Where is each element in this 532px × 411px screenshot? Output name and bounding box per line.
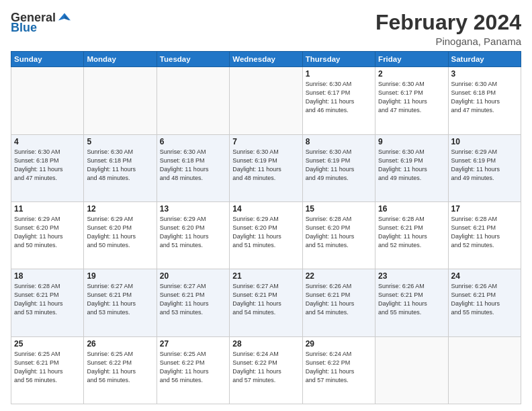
calendar-week-row: 4Sunrise: 6:30 AM Sunset: 6:18 PM Daylig…: [11, 134, 521, 201]
calendar-week-row: 18Sunrise: 6:28 AM Sunset: 6:21 PM Dayli…: [11, 269, 521, 336]
calendar-header-row: Sunday Monday Tuesday Wednesday Thursday…: [11, 52, 521, 67]
logo: General Blue: [11, 11, 72, 35]
page: General Blue February 2024 Pinogana, Pan…: [0, 0, 532, 411]
table-row: 17Sunrise: 6:28 AM Sunset: 6:21 PM Dayli…: [448, 201, 521, 269]
table-row: 7Sunrise: 6:30 AM Sunset: 6:19 PM Daylig…: [230, 134, 302, 201]
calendar-week-row: 1Sunrise: 6:30 AM Sunset: 6:17 PM Daylig…: [11, 67, 521, 134]
day-info: Sunrise: 6:30 AM Sunset: 6:19 PM Dayligh…: [232, 148, 299, 183]
day-info: Sunrise: 6:29 AM Sunset: 6:20 PM Dayligh…: [14, 215, 81, 250]
day-number: 28: [232, 339, 299, 349]
table-row: 1Sunrise: 6:30 AM Sunset: 6:17 PM Daylig…: [302, 67, 375, 134]
day-number: 27: [160, 339, 226, 349]
day-number: 29: [306, 339, 372, 349]
calendar-week-row: 25Sunrise: 6:25 AM Sunset: 6:21 PM Dayli…: [11, 336, 521, 404]
table-row: [230, 67, 302, 134]
table-row: 9Sunrise: 6:30 AM Sunset: 6:19 PM Daylig…: [375, 134, 448, 201]
table-row: 18Sunrise: 6:28 AM Sunset: 6:21 PM Dayli…: [11, 269, 84, 336]
day-number: 10: [451, 137, 518, 146]
col-monday: Monday: [84, 52, 157, 67]
day-info: Sunrise: 6:25 AM Sunset: 6:22 PM Dayligh…: [87, 350, 153, 385]
day-info: Sunrise: 6:30 AM Sunset: 6:18 PM Dayligh…: [160, 148, 226, 183]
table-row: 20Sunrise: 6:27 AM Sunset: 6:21 PM Dayli…: [157, 269, 229, 336]
table-row: 5Sunrise: 6:30 AM Sunset: 6:18 PM Daylig…: [84, 134, 157, 201]
day-info: Sunrise: 6:26 AM Sunset: 6:21 PM Dayligh…: [306, 282, 372, 317]
table-row: 3Sunrise: 6:30 AM Sunset: 6:18 PM Daylig…: [448, 67, 521, 134]
table-row: [157, 67, 229, 134]
day-number: 6: [160, 137, 226, 146]
day-info: Sunrise: 6:30 AM Sunset: 6:18 PM Dayligh…: [451, 80, 518, 115]
day-number: 2: [378, 69, 445, 79]
col-sunday: Sunday: [11, 52, 84, 67]
day-number: 26: [87, 339, 153, 349]
table-row: 26Sunrise: 6:25 AM Sunset: 6:22 PM Dayli…: [84, 336, 157, 404]
calendar: Sunday Monday Tuesday Wednesday Thursday…: [11, 51, 521, 404]
header: General Blue February 2024 Pinogana, Pan…: [11, 11, 521, 47]
col-tuesday: Tuesday: [157, 52, 229, 67]
day-info: Sunrise: 6:28 AM Sunset: 6:21 PM Dayligh…: [378, 215, 445, 250]
day-info: Sunrise: 6:30 AM Sunset: 6:17 PM Dayligh…: [378, 80, 445, 115]
day-info: Sunrise: 6:29 AM Sunset: 6:19 PM Dayligh…: [451, 148, 518, 183]
table-row: 12Sunrise: 6:29 AM Sunset: 6:20 PM Dayli…: [84, 201, 157, 269]
month-title: February 2024: [375, 11, 521, 34]
table-row: 21Sunrise: 6:27 AM Sunset: 6:21 PM Dayli…: [230, 269, 302, 336]
day-info: Sunrise: 6:29 AM Sunset: 6:20 PM Dayligh…: [232, 215, 299, 250]
table-row: 27Sunrise: 6:25 AM Sunset: 6:22 PM Dayli…: [157, 336, 229, 404]
day-info: Sunrise: 6:28 AM Sunset: 6:20 PM Dayligh…: [306, 215, 372, 250]
day-info: Sunrise: 6:24 AM Sunset: 6:22 PM Dayligh…: [232, 350, 299, 385]
title-block: February 2024 Pinogana, Panama: [375, 11, 521, 47]
table-row: 25Sunrise: 6:25 AM Sunset: 6:21 PM Dayli…: [11, 336, 84, 404]
table-row: 8Sunrise: 6:30 AM Sunset: 6:19 PM Daylig…: [302, 134, 375, 201]
table-row: 6Sunrise: 6:30 AM Sunset: 6:18 PM Daylig…: [157, 134, 229, 201]
day-info: Sunrise: 6:30 AM Sunset: 6:17 PM Dayligh…: [306, 80, 372, 115]
day-number: 22: [306, 271, 372, 281]
day-number: 4: [14, 137, 81, 146]
day-number: 7: [232, 137, 299, 146]
day-info: Sunrise: 6:27 AM Sunset: 6:21 PM Dayligh…: [87, 282, 153, 317]
table-row: 15Sunrise: 6:28 AM Sunset: 6:20 PM Dayli…: [302, 201, 375, 269]
table-row: 14Sunrise: 6:29 AM Sunset: 6:20 PM Dayli…: [230, 201, 302, 269]
table-row: 28Sunrise: 6:24 AM Sunset: 6:22 PM Dayli…: [230, 336, 302, 404]
table-row: 29Sunrise: 6:24 AM Sunset: 6:22 PM Dayli…: [302, 336, 375, 404]
day-number: 14: [232, 204, 299, 214]
day-info: Sunrise: 6:25 AM Sunset: 6:22 PM Dayligh…: [160, 350, 226, 385]
table-row: 11Sunrise: 6:29 AM Sunset: 6:20 PM Dayli…: [11, 201, 84, 269]
day-info: Sunrise: 6:26 AM Sunset: 6:21 PM Dayligh…: [451, 282, 518, 317]
day-number: 21: [232, 271, 299, 281]
day-info: Sunrise: 6:30 AM Sunset: 6:18 PM Dayligh…: [14, 148, 81, 183]
calendar-week-row: 11Sunrise: 6:29 AM Sunset: 6:20 PM Dayli…: [11, 201, 521, 269]
table-row: 16Sunrise: 6:28 AM Sunset: 6:21 PM Dayli…: [375, 201, 448, 269]
day-info: Sunrise: 6:30 AM Sunset: 6:19 PM Dayligh…: [306, 148, 372, 183]
col-saturday: Saturday: [448, 52, 521, 67]
table-row: [375, 336, 448, 404]
day-info: Sunrise: 6:25 AM Sunset: 6:21 PM Dayligh…: [14, 350, 81, 385]
day-number: 19: [87, 271, 153, 281]
logo-blue: Blue: [11, 21, 37, 35]
day-number: 17: [451, 204, 518, 214]
day-number: 24: [451, 271, 518, 281]
day-info: Sunrise: 6:30 AM Sunset: 6:18 PM Dayligh…: [87, 148, 153, 183]
table-row: 22Sunrise: 6:26 AM Sunset: 6:21 PM Dayli…: [302, 269, 375, 336]
col-friday: Friday: [375, 52, 448, 67]
col-thursday: Thursday: [302, 52, 375, 67]
table-row: [11, 67, 84, 134]
day-info: Sunrise: 6:29 AM Sunset: 6:20 PM Dayligh…: [160, 215, 226, 250]
table-row: 4Sunrise: 6:30 AM Sunset: 6:18 PM Daylig…: [11, 134, 84, 201]
day-info: Sunrise: 6:28 AM Sunset: 6:21 PM Dayligh…: [14, 282, 81, 317]
table-row: 19Sunrise: 6:27 AM Sunset: 6:21 PM Dayli…: [84, 269, 157, 336]
location-title: Pinogana, Panama: [375, 36, 521, 47]
table-row: 10Sunrise: 6:29 AM Sunset: 6:19 PM Dayli…: [448, 134, 521, 201]
day-number: 1: [306, 69, 372, 79]
table-row: 13Sunrise: 6:29 AM Sunset: 6:20 PM Dayli…: [157, 201, 229, 269]
table-row: [84, 67, 157, 134]
day-info: Sunrise: 6:27 AM Sunset: 6:21 PM Dayligh…: [232, 282, 299, 317]
day-number: 13: [160, 204, 226, 214]
day-number: 25: [14, 339, 81, 349]
day-number: 3: [451, 69, 518, 79]
day-info: Sunrise: 6:30 AM Sunset: 6:19 PM Dayligh…: [378, 148, 445, 183]
table-row: 2Sunrise: 6:30 AM Sunset: 6:17 PM Daylig…: [375, 67, 448, 134]
day-number: 18: [14, 271, 81, 281]
day-info: Sunrise: 6:29 AM Sunset: 6:20 PM Dayligh…: [87, 215, 153, 250]
day-info: Sunrise: 6:28 AM Sunset: 6:21 PM Dayligh…: [451, 215, 518, 250]
day-number: 23: [378, 271, 445, 281]
day-number: 5: [87, 137, 153, 146]
